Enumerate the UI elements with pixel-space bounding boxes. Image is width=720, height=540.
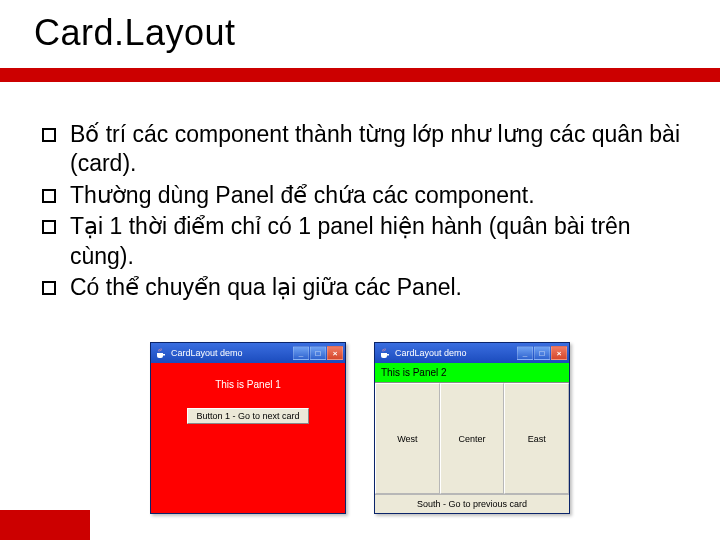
bullet-text: Có thể chuyển qua lại giữa các Panel. [70,273,682,302]
panel1-label: This is Panel 1 [215,379,281,390]
panel2-north-label: This is Panel 2 [375,363,569,383]
bullet-box-icon [42,220,56,234]
close-button[interactable]: × [327,346,343,360]
list-item: Bố trí các component thành từng lớp như … [42,120,682,179]
bullet-box-icon [42,281,56,295]
window-titlebar: CardLayout demo _ □ × [375,343,569,363]
window-title: CardLayout demo [395,348,517,358]
window-title: CardLayout demo [171,348,293,358]
slide-corner-decoration [0,510,90,540]
next-card-button[interactable]: Button 1 - Go to next card [187,408,308,424]
maximize-button[interactable]: □ [310,346,326,360]
title-underline [0,68,720,82]
bullet-box-icon [42,128,56,142]
window-titlebar: CardLayout demo _ □ × [151,343,345,363]
minimize-button[interactable]: _ [517,346,533,360]
west-button[interactable]: West [375,383,440,494]
close-button[interactable]: × [551,346,567,360]
window-controls: _ □ × [517,346,567,360]
list-item: Thường dùng Panel để chứa các component. [42,181,682,210]
java-cup-icon [379,347,391,359]
bullet-list: Bố trí các component thành từng lớp như … [42,120,682,305]
center-button[interactable]: Center [440,383,505,494]
window-controls: _ □ × [293,346,343,360]
list-item: Tại 1 thời điểm chỉ có 1 panel hiện hành… [42,212,682,271]
list-item: Có thể chuyển qua lại giữa các Panel. [42,273,682,302]
demo-screenshots: CardLayout demo _ □ × This is Panel 1 Bu… [150,342,570,514]
card-panel-2: This is Panel 2 West Center East South -… [375,363,569,513]
bullet-text: Bố trí các component thành từng lớp như … [70,120,682,179]
java-cup-icon [155,347,167,359]
minimize-button[interactable]: _ [293,346,309,360]
previous-card-button[interactable]: South - Go to previous card [375,494,569,513]
demo-window-panel1: CardLayout demo _ □ × This is Panel 1 Bu… [150,342,346,514]
bullet-box-icon [42,189,56,203]
card-panel-1: This is Panel 1 Button 1 - Go to next ca… [151,363,345,513]
maximize-button[interactable]: □ [534,346,550,360]
bullet-text: Tại 1 thời điểm chỉ có 1 panel hiện hành… [70,212,682,271]
bullet-text: Thường dùng Panel để chứa các component. [70,181,682,210]
demo-window-panel2: CardLayout demo _ □ × This is Panel 2 We… [374,342,570,514]
east-button[interactable]: East [504,383,569,494]
borderlayout-grid: West Center East [375,383,569,494]
slide-title: Card.Layout [34,12,236,54]
